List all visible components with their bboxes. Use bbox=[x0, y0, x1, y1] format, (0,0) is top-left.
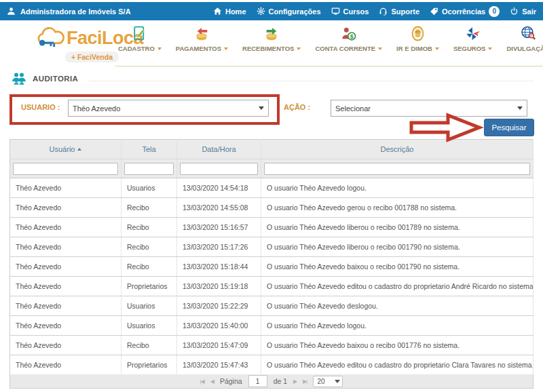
tag-icon bbox=[430, 7, 438, 16]
topbar-item-cursos[interactable]: Cursos bbox=[331, 7, 369, 16]
table-row[interactable]: Théo AzevedoUsuarios13/03/2020 15:22:29O… bbox=[10, 296, 533, 316]
chevron-down-icon bbox=[435, 47, 439, 50]
table-cell: O usuario Théo Azevedo baixou o recibo 0… bbox=[261, 257, 533, 277]
home-icon bbox=[213, 7, 222, 16]
table-cell: Théo Azevedo bbox=[10, 198, 121, 218]
table-cell: 13/03/2020 15:47:43 bbox=[177, 355, 261, 375]
gear-icon bbox=[257, 7, 265, 16]
column-header-tela[interactable]: Tela bbox=[121, 140, 177, 159]
column-header-data-hora[interactable]: Data/Hora bbox=[177, 140, 261, 159]
column-filter-input-descricao[interactable] bbox=[264, 163, 530, 175]
table-cell: Théo Azevedo bbox=[10, 296, 121, 316]
table-cell: 13/03/2020 14:55:08 bbox=[177, 198, 261, 218]
topbar-item-suporte[interactable]: Suporte bbox=[379, 7, 419, 16]
prev-page-icon[interactable]: ◀ bbox=[210, 378, 214, 385]
table-row[interactable]: Théo AzevedoUsuarios13/03/2020 15:40:00O… bbox=[10, 316, 533, 336]
search-button[interactable]: Pesquisar bbox=[484, 119, 534, 136]
table-row[interactable]: Théo AzevedoRecibo13/03/2020 15:17:26O u… bbox=[10, 237, 533, 257]
table-row[interactable]: Théo AzevedoProprietarios13/03/2020 15:4… bbox=[10, 355, 533, 375]
facivenda-badge[interactable]: + FaciVenda bbox=[65, 52, 119, 62]
nav-item-recebimentos[interactable]: RECEBIMENTOS bbox=[242, 25, 301, 52]
seguros-icon bbox=[464, 25, 481, 42]
nav-item-cadastro[interactable]: CADASTRO bbox=[118, 25, 162, 52]
table-cell: Recibo bbox=[121, 336, 177, 355]
page-size-wrap: 20 bbox=[313, 376, 343, 387]
nav-item-label: RECEBIMENTOS bbox=[242, 45, 294, 52]
table-cell: 13/03/2020 15:22:29 bbox=[177, 296, 261, 316]
table-cell: Théo Azevedo bbox=[10, 355, 121, 375]
table-row[interactable]: Théo AzevedoProprietarios13/03/2020 15:1… bbox=[10, 277, 533, 296]
column-filter-input-data-hora[interactable] bbox=[180, 163, 258, 175]
column-header-label: Usuário bbox=[50, 145, 75, 153]
page-size-select[interactable]: 20 bbox=[313, 376, 343, 387]
topbar-item-sair[interactable]: Sair bbox=[510, 7, 536, 16]
filter-cell-descricao bbox=[261, 159, 533, 178]
first-page-icon[interactable]: |◀ bbox=[200, 378, 204, 385]
last-page-icon[interactable]: ▶| bbox=[303, 378, 307, 385]
table-header-row: UsuárioTelaData/HoraDescrição bbox=[10, 140, 533, 159]
table-filter-row bbox=[10, 159, 533, 178]
chevron-down-icon bbox=[297, 47, 301, 50]
table-row[interactable]: Théo AzevedoRecibo13/03/2020 14:55:08O u… bbox=[10, 198, 533, 218]
filter-cell-data-hora bbox=[177, 159, 261, 178]
column-header-usuario[interactable]: Usuário bbox=[10, 140, 121, 159]
power-icon bbox=[510, 7, 519, 16]
chevron-down-icon bbox=[378, 47, 382, 50]
next-page-icon[interactable]: ▶ bbox=[293, 378, 297, 385]
table-row[interactable]: Théo AzevedoRecibo13/03/2020 15:16:57O u… bbox=[10, 218, 533, 237]
table-cell: O usuario Théo Azevedo liberou o recibo … bbox=[261, 237, 533, 257]
header-divider bbox=[115, 66, 543, 66]
column-header-label: Tela bbox=[142, 145, 155, 153]
column-header-label: Descrição bbox=[381, 145, 414, 153]
chevron-down-icon bbox=[224, 47, 228, 50]
headset-icon bbox=[379, 7, 388, 16]
nav-item-seguros[interactable]: SEGUROS bbox=[453, 25, 493, 52]
audit-table: UsuárioTelaData/HoraDescrição Théo Azeve… bbox=[10, 139, 533, 375]
table-cell: 13/03/2020 14:54:18 bbox=[177, 178, 261, 198]
table-cell: Proprietarios bbox=[121, 277, 177, 296]
page-title: AUDITORIA bbox=[33, 75, 78, 83]
topbar-item-configuracoes[interactable]: Configurações bbox=[257, 7, 321, 16]
occurrences-badge: 0 bbox=[489, 6, 500, 17]
table-cell: 13/03/2020 15:17:26 bbox=[177, 237, 261, 257]
svg-text:$: $ bbox=[350, 33, 354, 40]
user-filter-label: USUARIO : bbox=[21, 103, 60, 111]
nav-item-conta-corrente[interactable]: $CONTA CORRENTE bbox=[315, 25, 382, 52]
divulgacao-icon bbox=[520, 25, 537, 42]
user-filter-select[interactable]: Théo Azevedo bbox=[68, 100, 269, 117]
nav-item-label: DIVULGAÇÃO bbox=[506, 45, 543, 52]
nav-item-label: SEGUROS bbox=[453, 45, 486, 52]
recebimentos-icon bbox=[263, 25, 280, 42]
monitor-icon bbox=[331, 7, 340, 16]
table-row[interactable]: Théo AzevedoRecibo13/03/2020 15:18:44O u… bbox=[10, 257, 533, 277]
table-row[interactable]: Théo AzevedoUsuarios13/03/2020 14:54:18O… bbox=[10, 178, 533, 198]
page-number-input[interactable] bbox=[248, 375, 267, 387]
table-cell: Théo Azevedo bbox=[10, 336, 121, 355]
action-filter-label: AÇÃO : bbox=[284, 103, 310, 111]
audit-group-icon bbox=[11, 72, 27, 85]
nav-item-label: PAGAMENTOS bbox=[176, 45, 221, 52]
table-cell: O usuario Théo Azevedo liberou o recibo … bbox=[261, 218, 533, 237]
conta-corrente-icon: $ bbox=[340, 25, 357, 42]
topbar-item-ocorrencias[interactable]: Ocorrências0 bbox=[430, 6, 500, 17]
header: FaciLoca + FaciVenda CADASTROPAGAMENTOSR… bbox=[0, 20, 543, 66]
table-row[interactable]: Théo AzevedoRecibo13/03/2020 15:47:09O u… bbox=[10, 336, 533, 355]
nav-item-divulgacao[interactable]: DIVULGAÇÃO bbox=[506, 25, 543, 52]
company-account[interactable]: Administradora de Imóveis S/A bbox=[7, 7, 131, 16]
chevron-down-icon bbox=[488, 47, 492, 50]
column-filter-input-tela[interactable] bbox=[124, 163, 174, 175]
filter-bar: USUARIO : Théo Azevedo AÇÃO : Selecionar… bbox=[0, 94, 543, 138]
column-header-descricao[interactable]: Descrição bbox=[261, 140, 533, 159]
nav-item-pagamentos[interactable]: PAGAMENTOS bbox=[176, 25, 228, 52]
nav-item-ir-e-dimob[interactable]: IR E DIMOB bbox=[396, 25, 439, 52]
pagamentos-icon bbox=[193, 25, 210, 42]
column-filter-input-usuario[interactable] bbox=[13, 163, 118, 175]
topbar-item-label: Cursos bbox=[343, 7, 369, 16]
action-filter-select[interactable]: Selecionar bbox=[331, 100, 527, 117]
chevron-down-icon bbox=[157, 47, 162, 50]
table-cell: Usuarios bbox=[121, 316, 177, 336]
topbar-item-home[interactable]: Home bbox=[213, 7, 246, 16]
cloud-key-icon bbox=[34, 26, 67, 50]
table-cell: 13/03/2020 15:18:44 bbox=[177, 257, 261, 277]
table-cell: Recibo bbox=[121, 198, 177, 218]
